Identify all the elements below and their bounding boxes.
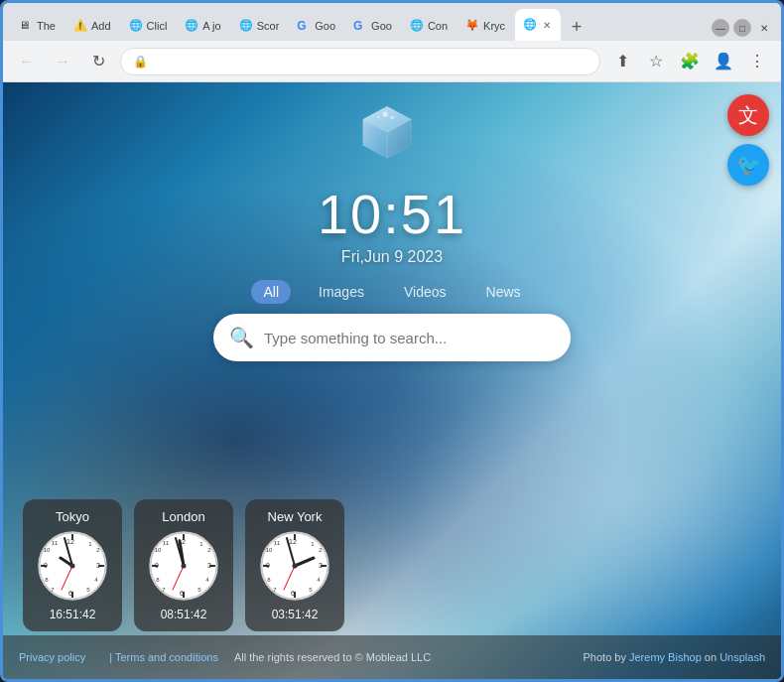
tab-2-icon: 🌐 xyxy=(129,19,143,33)
tab-8-icon: 🦊 xyxy=(465,19,479,33)
tab-4[interactable]: 🌐 Scor xyxy=(231,11,288,41)
svg-point-71 xyxy=(293,564,298,569)
svg-point-4 xyxy=(390,116,393,119)
tab-6-icon: G xyxy=(353,19,367,33)
new-tab-button[interactable]: + xyxy=(563,13,590,41)
clock-london-face: 12 3 6 9 1 2 4 5 7 8 10 11 xyxy=(148,530,219,602)
minimize-button[interactable]: — xyxy=(712,19,729,37)
profile-button[interactable]: 👤 xyxy=(710,48,737,75)
tab-0-label: The xyxy=(37,20,56,32)
photo-source-link[interactable]: Unsplash xyxy=(719,651,765,663)
svg-text:9: 9 xyxy=(266,562,270,569)
reload-button[interactable]: ↻ xyxy=(84,48,112,75)
tab-3-label: A jo xyxy=(202,20,220,32)
clock-london-time: 08:51:42 xyxy=(161,608,207,621)
search-tabs: All Images Videos News xyxy=(251,280,532,304)
tab-7-label: Con xyxy=(428,20,448,32)
tab-3[interactable]: 🌐 A jo xyxy=(177,11,228,41)
forward-button[interactable]: → xyxy=(49,48,76,75)
clock-newyork-time: 03:51:42 xyxy=(272,608,319,621)
svg-text:6: 6 xyxy=(68,590,72,597)
main-time: 10:51 xyxy=(318,182,466,246)
address-field[interactable]: 🔒 xyxy=(120,48,600,75)
search-bar[interactable]: 🔍 xyxy=(213,314,571,361)
browser-window: 🖥 The ⚠️ Add 🌐 Clicl 🌐 A jo 🌐 Scor G Goo… xyxy=(0,0,784,682)
tab-9-active[interactable]: 🌐 ✕ xyxy=(515,9,561,41)
svg-point-5 xyxy=(377,115,380,118)
tab-6[interactable]: G Goo xyxy=(345,11,400,41)
svg-text:9: 9 xyxy=(44,562,48,569)
page-content: 文 🐦 xyxy=(3,82,781,679)
svg-text:10: 10 xyxy=(266,547,273,553)
tab-7[interactable]: 🌐 Con xyxy=(402,11,456,41)
svg-text:3: 3 xyxy=(96,562,100,569)
svg-text:11: 11 xyxy=(163,540,170,546)
svg-text:11: 11 xyxy=(52,540,59,546)
bookmark-button[interactable]: ☆ xyxy=(642,48,670,75)
tab-0-icon: 🖥 xyxy=(19,19,33,33)
clock-tokyo: Tokyo 12 3 6 9 1 2 4 5 xyxy=(23,499,122,631)
address-bar-actions: ⬆ ☆ 🧩 👤 ⋮ xyxy=(608,48,771,75)
svg-text:3: 3 xyxy=(207,562,211,569)
world-clocks-row: Tokyo 12 3 6 9 1 2 4 5 xyxy=(23,499,344,631)
tab-2-label: Clicl xyxy=(147,20,168,32)
footer-photo-credit: Photo by Jeremy Bishop on Unsplash xyxy=(584,651,765,663)
tab-0[interactable]: 🖥 The xyxy=(11,11,64,41)
svg-text:10: 10 xyxy=(44,547,51,553)
svg-text:9: 9 xyxy=(155,562,159,569)
main-date: Fri,Jun 9 2023 xyxy=(341,248,443,266)
clock-tokyo-face: 12 3 6 9 1 2 4 5 7 8 10 11 xyxy=(37,530,108,602)
extensions-button[interactable]: 🧩 xyxy=(676,48,704,75)
clock-newyork-face: 12 3 6 9 1 2 4 5 7 8 10 11 xyxy=(259,530,330,602)
tab-5-label: Goo xyxy=(315,20,335,32)
tab-8-label: Kryc xyxy=(483,20,505,32)
tab-1-icon: ⚠️ xyxy=(73,19,87,33)
search-input[interactable] xyxy=(264,330,555,346)
back-button[interactable]: ← xyxy=(13,48,41,75)
clock-tokyo-time: 16:51:42 xyxy=(50,608,96,621)
ice-cube-logo xyxy=(352,102,422,167)
svg-text:12: 12 xyxy=(66,538,74,545)
svg-text:6: 6 xyxy=(291,590,295,597)
clock-london-city: London xyxy=(162,509,204,524)
tab-close-icon[interactable]: ✕ xyxy=(541,19,553,32)
tab-2[interactable]: 🌐 Clicl xyxy=(121,11,176,41)
lock-icon: 🔒 xyxy=(133,55,148,68)
close-button[interactable]: ✕ xyxy=(755,19,773,37)
address-bar: ← → ↻ 🔒 ⬆ ☆ 🧩 👤 ⋮ xyxy=(3,41,781,82)
tab-4-icon: 🌐 xyxy=(239,19,253,33)
clock-newyork: New York 12 3 6 9 1 2 4 5 7 xyxy=(245,499,344,631)
share-button[interactable]: ⬆ xyxy=(608,48,636,75)
tab-4-label: Scor xyxy=(257,20,280,32)
svg-text:11: 11 xyxy=(274,540,281,546)
svg-point-49 xyxy=(182,564,187,569)
tab-5[interactable]: G Goo xyxy=(289,11,343,41)
search-icon: 🔍 xyxy=(229,326,254,349)
search-tab-videos[interactable]: Videos xyxy=(392,280,458,304)
tab-1-label: Add xyxy=(91,20,111,32)
tab-6-label: Goo xyxy=(371,20,392,32)
maximize-button[interactable]: □ xyxy=(733,19,751,37)
page-footer: Privacy policy | Terms and conditions Al… xyxy=(3,635,781,679)
search-tab-news[interactable]: News xyxy=(474,280,533,304)
svg-text:12: 12 xyxy=(289,538,297,545)
search-tab-images[interactable]: Images xyxy=(307,280,376,304)
clock-london: London 12 3 6 9 1 2 4 5 7 xyxy=(134,499,233,631)
search-tab-all[interactable]: All xyxy=(251,280,291,304)
privacy-link[interactable]: Privacy policy xyxy=(19,651,85,663)
tab-5-icon: G xyxy=(297,19,311,33)
svg-point-27 xyxy=(70,564,75,569)
tab-8[interactable]: 🦊 Kryc xyxy=(457,11,513,41)
footer-links: Privacy policy | Terms and conditions Al… xyxy=(19,651,431,663)
svg-point-3 xyxy=(383,112,388,117)
tab-1[interactable]: ⚠️ Add xyxy=(65,11,119,41)
menu-button[interactable]: ⋮ xyxy=(743,48,771,75)
photo-on-text: on xyxy=(705,651,717,663)
tab-bar: 🖥 The ⚠️ Add 🌐 Clicl 🌐 A jo 🌐 Scor G Goo… xyxy=(3,3,781,41)
clock-newyork-city: New York xyxy=(268,509,323,524)
logo-area xyxy=(352,102,432,172)
footer-rights: All the rights reserved to © Moblead LLC xyxy=(234,651,431,663)
terms-link[interactable]: | Terms and conditions xyxy=(109,651,218,663)
photographer-link[interactable]: Jeremy Bishop xyxy=(629,651,702,663)
tab-9-icon: 🌐 xyxy=(523,18,537,32)
